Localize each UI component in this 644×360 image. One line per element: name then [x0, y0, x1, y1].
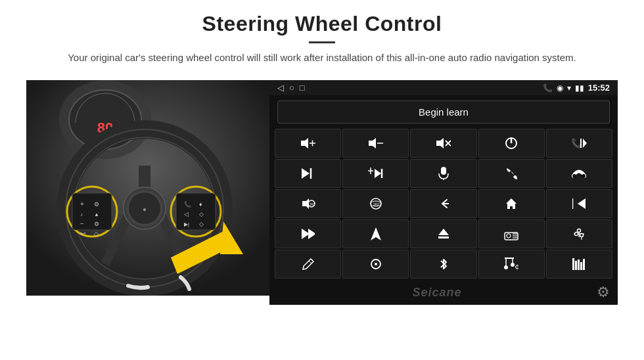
svg-text:▲: ▲: [94, 212, 99, 217]
android-bottom: Seicane ⚙: [269, 281, 618, 305]
svg-marker-67: [308, 229, 315, 239]
statusbar-right: 📞 ◉ ▾ ▮▮ 15:52: [543, 83, 610, 93]
svg-rect-95: [583, 259, 585, 270]
music-button[interactable]: ⚙: [478, 250, 545, 279]
vol-up-button[interactable]: [275, 129, 341, 158]
svg-rect-70: [438, 236, 449, 238]
hangup-button[interactable]: [546, 159, 612, 188]
page-container: Steering Wheel Control Your original car…: [0, 0, 644, 360]
svg-text:⚙: ⚙: [94, 201, 99, 208]
svg-text:◇: ◇: [199, 211, 204, 217]
location-icon: ◉: [557, 83, 563, 93]
svg-rect-94: [580, 262, 582, 270]
content-area: 80 km/h ● + ♪: [26, 80, 618, 360]
svg-rect-91: [572, 258, 574, 270]
svg-marker-39: [436, 138, 444, 148]
next-button[interactable]: [275, 159, 341, 188]
prev-prev-button[interactable]: [546, 189, 612, 218]
home-button[interactable]: [478, 189, 545, 218]
svg-point-79: [578, 229, 581, 233]
svg-text:◁: ◁: [184, 211, 189, 217]
svg-rect-53: [441, 167, 446, 175]
svg-point-56: [582, 174, 586, 178]
svg-text:◇: ◇: [199, 221, 204, 227]
fast-fwd-button[interactable]: [275, 219, 341, 248]
settings-gear-icon[interactable]: ⚙: [597, 284, 610, 301]
svg-text:●: ●: [143, 206, 147, 213]
title-divider: [309, 41, 335, 43]
svg-marker-37: [369, 138, 376, 148]
steering-wheel-image: 80 km/h ● + ♪: [26, 80, 269, 296]
status-bar: ◁ ○ □ 📞 ◉ ▾ ▮▮ 15:52: [269, 80, 618, 95]
title-section: Steering Wheel Control Your original car…: [68, 12, 576, 75]
seicane-watermark: Seicane: [277, 286, 597, 300]
circle-button[interactable]: [342, 250, 409, 279]
bluetooth-button[interactable]: [410, 250, 476, 279]
pen-button[interactable]: [275, 250, 341, 279]
mic-button[interactable]: [410, 159, 476, 188]
nav-button[interactable]: [342, 219, 409, 248]
svg-rect-92: [575, 261, 577, 270]
svg-text:+: +: [80, 200, 84, 208]
back-nav-icon[interactable]: ◁: [277, 83, 284, 93]
svg-text:♪: ♪: [80, 212, 83, 217]
svg-text:♦: ♦: [199, 201, 202, 208]
phone-icon: 📞: [543, 83, 553, 93]
time-display: 15:52: [588, 83, 610, 93]
svg-marker-68: [371, 227, 381, 240]
back-button[interactable]: [410, 189, 476, 218]
call-button[interactable]: [478, 159, 545, 188]
svg-marker-65: [578, 198, 586, 209]
home-nav-icon[interactable]: ○: [289, 83, 294, 93]
svg-point-84: [375, 263, 377, 265]
svg-text:◇: ◇: [94, 231, 99, 237]
call-prev-button[interactable]: 📞: [546, 129, 612, 158]
page-title: Steering Wheel Control: [68, 12, 576, 36]
svg-marker-63: [506, 198, 517, 209]
svg-rect-25: [176, 193, 216, 230]
wifi-icon: ▾: [567, 83, 571, 93]
svg-marker-69: [438, 229, 449, 235]
svg-point-81: [580, 234, 584, 237]
battery-icon: ▮▮: [575, 83, 584, 93]
svg-marker-51: [375, 169, 381, 178]
radio-button[interactable]: [478, 219, 545, 248]
svg-point-77: [575, 233, 578, 236]
svg-point-88: [504, 265, 508, 269]
equalizer-button[interactable]: [546, 219, 612, 248]
svg-marker-47: [302, 168, 310, 179]
svg-text:⚙: ⚙: [515, 263, 518, 271]
svg-text:⚙: ⚙: [94, 221, 99, 227]
svg-rect-93: [578, 259, 580, 270]
android-panel: ◁ ○ □ 📞 ◉ ▾ ▮▮ 15:52 Begin learn: [269, 80, 618, 296]
bars-button[interactable]: [546, 250, 612, 279]
svg-text:−: −: [80, 220, 84, 227]
begin-learn-button[interactable]: Begin learn: [277, 101, 610, 124]
vol-down-button[interactable]: [342, 129, 409, 158]
recents-nav-icon[interactable]: □: [300, 83, 305, 93]
svg-text:▶|: ▶|: [184, 221, 189, 227]
mute-button[interactable]: [410, 129, 476, 158]
skip-button[interactable]: [342, 159, 409, 188]
svg-text:360°: 360°: [310, 202, 315, 206]
statusbar-left: ◁ ○ □: [277, 83, 305, 93]
svg-marker-45: [583, 139, 587, 148]
svg-text:↩: ↩: [80, 230, 85, 237]
svg-marker-34: [301, 138, 308, 148]
svg-rect-85: [505, 258, 514, 259]
power-button[interactable]: [478, 129, 545, 158]
controls-grid: 📞 360°: [269, 129, 618, 281]
eject-button[interactable]: [410, 219, 476, 248]
svg-text:📞: 📞: [184, 200, 192, 208]
sound-button[interactable]: 360°: [275, 189, 341, 218]
svg-rect-15: [72, 193, 112, 230]
svg-line-82: [309, 261, 311, 263]
svg-text:360°: 360°: [373, 202, 380, 206]
subtitle: Your original car's steering wheel contr…: [68, 50, 576, 66]
svg-point-55: [572, 174, 576, 178]
svg-point-72: [507, 234, 511, 238]
360-button[interactable]: 360°: [342, 189, 409, 218]
